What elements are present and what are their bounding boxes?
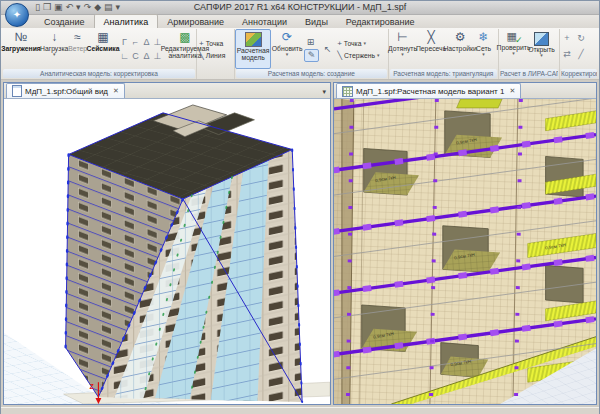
app-window: ✦ ▯ ❒ ▣ ↶ ▾ ↷ ◆ ▤ ▾ САПФИР 2017 R1 x64 К… xyxy=(0,0,600,414)
tab-general-view[interactable]: МдП_1.spf:Общий вид ✕ xyxy=(6,83,125,98)
update-dropdown-icon[interactable]: ▾ xyxy=(286,52,289,56)
document-area: МдП_1.spf:Общий вид ✕ ▾ xyxy=(1,80,599,407)
building-model[interactable] xyxy=(66,105,303,402)
wind-button[interactable]: ≈ Ветер xyxy=(68,29,87,69)
tab-analytics[interactable]: Аналитика xyxy=(94,14,159,28)
tab-list-chevron-icon[interactable]: ▾ xyxy=(322,88,330,98)
draw-line-icon[interactable]: ╱ xyxy=(578,49,583,65)
status-bar xyxy=(1,407,599,414)
tool-icon-2[interactable]: ⌐ xyxy=(133,35,138,49)
close-tab-icon[interactable]: ✕ xyxy=(509,87,515,95)
load-icon: ↓ xyxy=(51,30,57,45)
move-icon[interactable]: + xyxy=(564,33,569,49)
group-caption: Аналитическая модель: корректировка xyxy=(3,69,195,78)
calc-model-button[interactable]: Расчетная модель xyxy=(235,29,271,69)
group-caption: Расчетная модель: создание xyxy=(236,69,386,78)
loads-button[interactable]: № Загружения xyxy=(2,29,40,69)
right-pane-tabbar: МдП_1.spf:Расчетная модель вариант 1 ✕ xyxy=(334,83,596,99)
check-button[interactable]: ▦✓ Проверить ▾ xyxy=(499,29,528,69)
group-calc-model-create: Расчетная модель ⟳ Обновить ▾ ⊞ ✎ ↖ +Точ… xyxy=(235,29,388,79)
general-view-3d-viewport[interactable]: Z xyxy=(4,99,330,404)
tool-icon-5[interactable]: ∟ xyxy=(120,49,129,63)
edit-mesh-icon[interactable]: ✎ xyxy=(304,49,319,62)
close-tab-icon[interactable]: ✕ xyxy=(113,87,119,95)
tool-icon-7[interactable]: Δ xyxy=(143,49,149,63)
group-mini-point-line: +Точка ╲Линия xyxy=(197,29,235,79)
group-correction: + ↻ ⇄ ╱ Корректировка xyxy=(560,29,598,79)
line-mini-button[interactable]: ╲Линия xyxy=(199,51,225,60)
net-icon: ❄ xyxy=(479,30,489,45)
extend-button[interactable]: ⊢ Дотянуть ▾ xyxy=(389,29,417,69)
lira-cube-icon xyxy=(534,32,549,46)
settings-gear-icon: ⚙ xyxy=(455,30,466,45)
group-analytic-model: № Загружения ↓ Нагрузка ▾ ≈ Ветер ▦ Сейс… xyxy=(2,29,197,79)
calc-model-icon xyxy=(245,32,262,47)
ribbon: № Загружения ↓ Нагрузка ▾ ≈ Ветер ▦ Сейс… xyxy=(1,28,599,80)
wind-icon: ≈ xyxy=(74,30,81,45)
editable-analytics-icon: ▩ xyxy=(179,30,190,45)
intersect-button[interactable]: ╳ Пересечь xyxy=(417,29,446,69)
tab-editing[interactable]: Редактирование xyxy=(337,15,424,28)
tool-icon-6[interactable]: Ϲ xyxy=(132,49,139,63)
tool-icon-1[interactable]: Γ xyxy=(122,35,127,49)
seismic-icon: ▦ xyxy=(97,30,108,45)
tab-calc-model[interactable]: МдП_1.spf:Расчетная модель вариант 1 ✕ xyxy=(336,83,521,98)
point-node-button[interactable]: +Точка ▾ xyxy=(337,39,379,48)
calc-model-viewport[interactable]: 0,9см 7кН 0,9см 7кН 0,9см 7кН 0,9см 7кН … xyxy=(334,99,596,404)
general-view-pane: МдП_1.spf:Общий вид ✕ ▾ xyxy=(3,82,331,405)
app-logo-icon[interactable]: ✦ xyxy=(5,3,29,27)
load-button[interactable]: ↓ Нагрузка ▾ xyxy=(40,29,68,69)
mesh-edit-tools: ⊞ ✎ xyxy=(303,29,320,69)
tab-create[interactable]: Создание xyxy=(35,15,94,28)
update-button[interactable]: ⟳ Обновить ▾ xyxy=(271,29,303,69)
tab-views[interactable]: Виды xyxy=(296,15,337,28)
tab-annotations[interactable]: Аннотации xyxy=(233,15,296,28)
group-caption: Корректировка xyxy=(561,69,597,78)
title-bar: ✦ ▯ ❒ ▣ ↶ ▾ ↷ ◆ ▤ ▾ САПФИР 2017 R1 x64 К… xyxy=(1,1,599,15)
group-triangulation: ⊢ Дотянуть ▾ ╳ Пересечь ⚙ Настройки ❄ Се… xyxy=(389,29,499,79)
window-title: САПФИР 2017 R1 x64 КОНСТРУКЦИИ - МдП_1.s… xyxy=(1,2,599,12)
update-icon: ⟳ xyxy=(282,30,292,45)
tool-icon-3[interactable]: Δ xyxy=(143,35,149,49)
analytic-tools-grid: Γ ⌐ Δ ⊥ ∟ Ϲ Δ ⊥ xyxy=(119,29,163,69)
check-icon: ▦✓ xyxy=(507,30,521,44)
mesh-square-icon[interactable]: ⊞ xyxy=(304,37,317,48)
left-pane-tabbar: МдП_1.spf:Общий вид ✕ ▾ xyxy=(4,83,330,99)
loads-icon: № xyxy=(15,30,28,45)
bar-element-button[interactable]: ╲Стержень ▾ xyxy=(337,51,379,60)
open-in-lira-button[interactable]: Открыть ▾ xyxy=(528,29,555,69)
group-caption: Расчетная модель: триангуляция xyxy=(390,69,497,78)
group-lira-sapr: ▦✓ Проверить ▾ Открыть ▾ Расчет в ЛИРА-С… xyxy=(499,29,560,79)
point-mini-button[interactable]: +Точка xyxy=(199,39,225,48)
correction-tools-grid: + ↻ ⇄ ╱ xyxy=(560,29,588,69)
group-caption: Расчет в ЛИРА-САПР xyxy=(500,69,558,78)
tab-reinforcement[interactable]: Армирование xyxy=(158,15,233,28)
mesh-document-icon xyxy=(342,86,353,97)
seismic-button[interactable]: ▦ Сейсмика xyxy=(87,29,119,69)
calc-model-pane: МдП_1.spf:Расчетная модель вариант 1 ✕ xyxy=(333,82,597,405)
svg-text:Z: Z xyxy=(89,383,94,390)
load-dropdown-icon[interactable]: ▾ xyxy=(53,52,56,56)
settings-button[interactable]: ⚙ Настройки xyxy=(446,29,475,69)
document-icon xyxy=(12,85,22,97)
rotate-icon[interactable]: ↻ xyxy=(577,33,585,49)
extend-icon: ⊢ xyxy=(397,30,407,45)
mesh-net-button[interactable]: ❄ Сеть ▾ xyxy=(475,29,493,69)
swap-icon[interactable]: ⇄ xyxy=(563,49,571,65)
cursor-icon[interactable]: ↖ xyxy=(321,44,334,55)
cursor-tool: ↖ xyxy=(320,29,335,69)
ribbon-tab-bar: Создание Аналитика Армирование Аннотации… xyxy=(1,15,599,28)
intersect-icon: ╳ xyxy=(427,30,434,45)
